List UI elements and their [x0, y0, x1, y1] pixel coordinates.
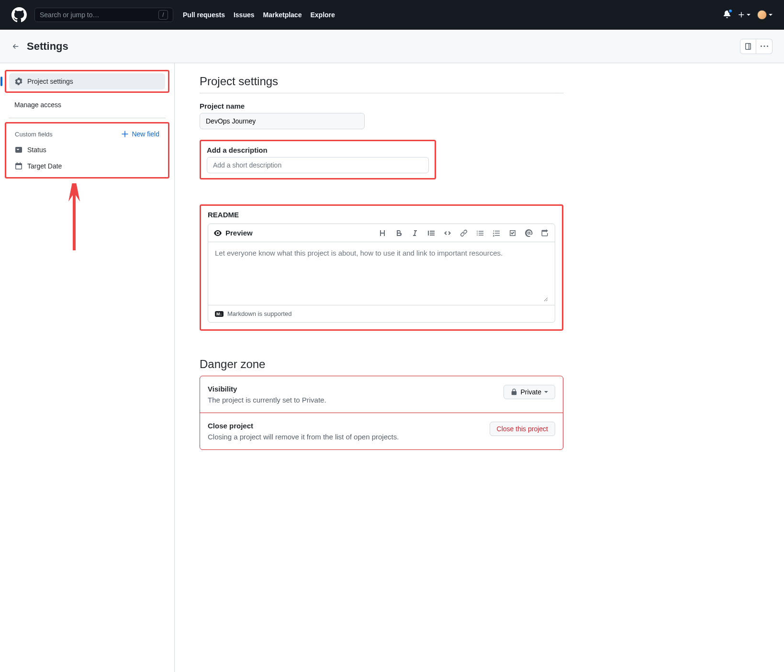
sidebar-item-label: Manage access: [14, 101, 61, 109]
preview-tab[interactable]: Preview: [214, 229, 253, 237]
danger-visibility-row: Visibility The project is currently set …: [200, 376, 563, 413]
gear-icon: [15, 78, 22, 85]
panel-toggle-button[interactable]: [740, 39, 756, 54]
custom-field-label: Target Date: [27, 162, 62, 170]
project-name-label: Project name: [200, 102, 563, 110]
readme-footer: M↓ Markdown is supported: [208, 305, 555, 322]
quote-icon[interactable]: [427, 229, 435, 237]
create-new-menu[interactable]: [738, 11, 750, 19]
custom-field-label: Status: [27, 146, 46, 154]
search-input[interactable]: [40, 11, 158, 19]
markdown-badge-icon: M↓: [215, 311, 224, 317]
kebab-menu-button[interactable]: [756, 39, 773, 54]
link-icon[interactable]: [460, 229, 468, 237]
visibility-text: The project is currently set to Private.: [208, 396, 326, 404]
notifications-button[interactable]: [723, 11, 731, 20]
description-label: Add a description: [207, 146, 429, 154]
italic-icon[interactable]: [411, 229, 419, 237]
nav-pull-requests[interactable]: Pull requests: [183, 11, 225, 19]
custom-fields-heading: Custom fields: [15, 131, 53, 138]
custom-field-target-date[interactable]: Target Date: [9, 158, 165, 174]
user-menu[interactable]: [757, 10, 773, 20]
bold-icon[interactable]: [395, 229, 403, 237]
visibility-button[interactable]: Private: [504, 385, 555, 399]
page-subheader: Settings: [0, 30, 784, 63]
annotation-box-description: Add a description: [200, 140, 436, 179]
page-title: Settings: [27, 40, 68, 53]
slash-hint: /: [158, 10, 168, 20]
sidebar-item-manage-access[interactable]: Manage access: [9, 97, 166, 113]
close-project-text: Closing a project will remove it from th…: [208, 433, 399, 441]
nav-marketplace[interactable]: Marketplace: [263, 11, 302, 19]
close-project-button[interactable]: Close this project: [490, 422, 555, 436]
calendar-icon: [15, 162, 22, 170]
markdown-supported-text: Markdown is supported: [227, 310, 291, 317]
danger-zone-box: Visibility The project is currently set …: [200, 376, 563, 450]
nav-issues[interactable]: Issues: [234, 11, 255, 19]
github-logo-link[interactable]: [11, 7, 27, 22]
project-name-input[interactable]: [200, 113, 365, 129]
readme-toolbar: Preview: [208, 224, 555, 242]
annotation-arrow: [0, 179, 174, 255]
cross-reference-icon[interactable]: [541, 229, 549, 237]
topnav-links: Pull requests Issues Marketplace Explore: [183, 11, 335, 19]
sidebar-item-project-settings[interactable]: Project settings: [9, 73, 165, 90]
readme-textarea[interactable]: [215, 249, 548, 302]
nav-explore[interactable]: Explore: [310, 11, 335, 19]
search-box[interactable]: /: [34, 8, 173, 22]
eye-icon: [214, 229, 222, 237]
readme-label: README: [208, 211, 555, 219]
plus-icon: [121, 130, 129, 138]
new-field-button[interactable]: New field: [121, 130, 159, 138]
annotation-box-readme: README Preview: [200, 204, 563, 331]
danger-zone-heading: Danger zone: [200, 358, 563, 371]
main-content: Project settings Project name Add a desc…: [175, 63, 572, 672]
ordered-list-icon[interactable]: [493, 229, 500, 237]
custom-field-status[interactable]: Status: [9, 142, 165, 158]
section-heading: Project settings: [200, 75, 563, 88]
heading-icon[interactable]: [379, 229, 386, 237]
sidebar-item-label: Project settings: [27, 78, 73, 85]
global-header: / Pull requests Issues Marketplace Explo…: [0, 0, 784, 30]
annotation-box-sidebar-top: Project settings: [5, 70, 169, 93]
close-project-title: Close project: [208, 422, 399, 430]
visibility-title: Visibility: [208, 385, 326, 393]
danger-close-row: Close project Closing a project will rem…: [200, 413, 563, 449]
back-arrow-icon[interactable]: [11, 42, 20, 51]
lock-icon: [511, 389, 517, 395]
unordered-list-icon[interactable]: [476, 229, 484, 237]
caret-down-icon: [544, 391, 548, 393]
single-select-icon: [15, 146, 22, 154]
description-input[interactable]: [207, 157, 429, 173]
task-list-icon[interactable]: [509, 229, 516, 237]
code-icon[interactable]: [444, 229, 451, 237]
annotation-box-custom-fields: Custom fields New field Status Target Da…: [5, 122, 169, 179]
avatar: [757, 10, 767, 20]
notification-dot: [728, 9, 733, 13]
settings-sidebar: Project settings Manage access Custom fi…: [0, 63, 175, 672]
readme-editor: Preview: [208, 224, 555, 323]
mention-icon[interactable]: [525, 229, 533, 237]
